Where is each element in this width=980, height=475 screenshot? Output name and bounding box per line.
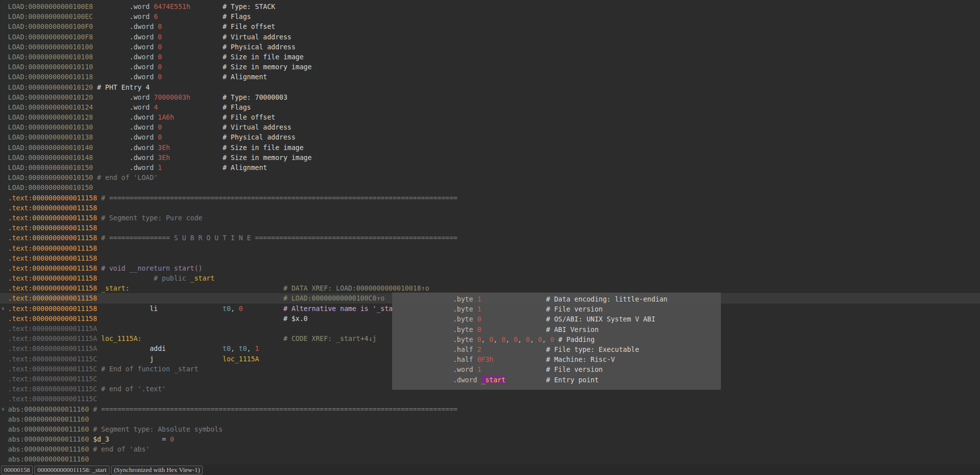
token: # File version	[546, 305, 603, 313]
token: # Alignment	[223, 163, 267, 171]
listing-line[interactable]: abs:0000000000011160 # Segment type: Abs…	[0, 424, 980, 434]
listing-line[interactable]: LOAD:00000000000100F0 .dword 0 # File of…	[0, 21, 980, 31]
token: 0	[170, 435, 174, 443]
listing-line[interactable]: .text:0000000000011158	[0, 253, 980, 263]
listing-line[interactable]: LOAD:0000000000010150	[0, 182, 980, 192]
token: # Physical address	[223, 43, 295, 51]
popup-line[interactable]: .byte 1 # File version	[392, 304, 721, 314]
address-prefix: .text:0000000000011158	[8, 294, 97, 302]
address-prefix: LOAD:00000000000100F0	[8, 22, 93, 30]
disassembly-listing[interactable]: LOAD:00000000000100E8 .word 6474E551h # …	[0, 1, 980, 465]
listing-line[interactable]: LOAD:0000000000010148 .dword 3Eh # Size …	[0, 153, 980, 162]
address-prefix: LOAD:0000000000010150	[8, 173, 93, 181]
token: # Alternative name is '_sta	[283, 305, 393, 313]
listing-line[interactable]: abs:0000000000011160 # end of 'abs'	[0, 444, 980, 454]
token: .word	[130, 93, 154, 101]
popup-line[interactable]: .dword _start # Entry point	[392, 375, 721, 385]
listing-line[interactable]: LOAD:0000000000010120 # PHT Entry 4	[0, 82, 980, 92]
address-prefix: .text:000000000001115C	[8, 365, 97, 373]
listing-line[interactable]: LOAD:0000000000010124 .word 4 # Flags	[0, 102, 980, 112]
popup-line[interactable]: .byte 0 # ABI Version	[392, 324, 721, 334]
popup-line[interactable]: .byte 0, 0, 0, 0, 0, 0, 0 # Padding	[392, 334, 721, 344]
token: ,	[530, 335, 538, 343]
token: .half	[453, 345, 477, 353]
token: 1	[255, 344, 259, 352]
token: .half	[453, 355, 477, 363]
token: # $x.0	[283, 315, 308, 322]
address-prefix: abs:0000000000011160	[8, 455, 89, 463]
token: ,	[481, 335, 489, 343]
token: t0	[223, 305, 231, 313]
token: 0	[158, 22, 162, 30]
token: 0	[550, 335, 554, 343]
token: # Size in file image	[223, 53, 304, 61]
token: .dword	[130, 73, 158, 81]
listing-line[interactable]: LOAD:0000000000010110 .dword 0 # Size in…	[0, 62, 980, 72]
listing-line[interactable]: .text:0000000000011158 # ===============…	[0, 233, 980, 243]
token: 0	[514, 335, 518, 343]
token: # File offset	[223, 22, 276, 30]
listing-line[interactable]: abs:0000000000011160	[0, 454, 980, 464]
address-prefix: abs:0000000000011160	[8, 445, 89, 453]
listing-line[interactable]: .text:0000000000011158 # void __noreturn…	[0, 263, 980, 273]
address-prefix: .text:000000000001115A	[8, 344, 97, 352]
listing-line[interactable]: .text:0000000000011158 _start: # DATA XR…	[0, 283, 980, 293]
popup-line[interactable]: .half 2 # File type: Executable	[392, 344, 721, 354]
listing-line[interactable]: LOAD:0000000000010120 .word 70000003h # …	[0, 92, 980, 102]
listing-line[interactable]: LOAD:0000000000010100 .dword 0 # Physica…	[0, 42, 980, 52]
token: .dword	[130, 33, 158, 41]
collapse-chevron-icon[interactable]: ∨	[1, 304, 4, 313]
listing-line[interactable]: LOAD:00000000000100E8 .word 6474E551h # …	[0, 1, 980, 11]
status-bar: 00000158 0000000000011158: _start (Synch…	[0, 465, 980, 475]
token: _start	[481, 376, 506, 384]
listing-line[interactable]: .text:000000000001115C	[0, 394, 980, 404]
listing-line[interactable]: LOAD:0000000000010140 .dword 3Eh # Size …	[0, 143, 980, 153]
listing-line[interactable]: .text:0000000000011158 # ===============…	[0, 193, 980, 203]
popup-line[interactable]: .byte 1 # Data encoding: little-endian	[392, 294, 721, 304]
listing-line[interactable]: LOAD:0000000000010128 .dword 1A6h # File…	[0, 112, 980, 122]
popup-line[interactable]: .byte 0 # OS/ABI: UNIX System V ABI	[392, 314, 721, 324]
listing-line[interactable]: LOAD:0000000000010150 .dword 1 # Alignme…	[0, 162, 980, 172]
listing-line[interactable]: LOAD:0000000000010138 .dword 0 # Physica…	[0, 132, 980, 142]
token: 4	[154, 103, 158, 111]
token: ,	[247, 344, 255, 352]
listing-line[interactable]: LOAD:0000000000010150 # end of 'LOAD'	[0, 172, 980, 182]
token: 0	[502, 335, 506, 343]
token: .word	[130, 12, 154, 20]
token: # ======================================…	[101, 194, 457, 202]
popup-line[interactable]: .half 0F3h # Machine: Risc-V	[392, 354, 721, 364]
address-prefix: .text:0000000000011158	[8, 214, 97, 222]
token: loc_1115A:	[101, 334, 141, 342]
listing-line[interactable]: LOAD:0000000000010130 .dword 0 # Virtual…	[0, 122, 980, 132]
address-prefix: .text:0000000000011158	[8, 244, 97, 252]
token: .dword	[130, 113, 158, 121]
listing-line[interactable]: .text:0000000000011158 # public _start	[0, 273, 980, 283]
listing-line[interactable]: LOAD:0000000000010108 .dword 0 # Size in…	[0, 52, 980, 62]
token: # Machine: Risc-V	[546, 355, 615, 363]
listing-line[interactable]: LOAD:00000000000100EC .word 6 # Flags	[0, 11, 980, 21]
token: ,	[231, 305, 239, 313]
listing-line[interactable]: abs:0000000000011160 $d_3 = 0	[0, 434, 980, 444]
listing-line[interactable]: LOAD:00000000000100F8 .dword 0 # Virtual…	[0, 32, 980, 42]
collapse-chevron-icon[interactable]: ∨	[1, 405, 4, 414]
popup-line[interactable]: .word 1 # File version	[392, 364, 721, 374]
token: # Type: STACK	[223, 2, 276, 10]
token: $d_3	[93, 435, 110, 443]
token: 3Eh	[158, 144, 170, 152]
listing-line[interactable]: ∨abs:0000000000011160 # ================…	[0, 404, 980, 414]
token: # File version	[546, 365, 603, 373]
address-prefix: .text:0000000000011158	[8, 234, 97, 242]
token: # end of 'abs'	[93, 445, 150, 453]
status-offset: 00000158	[1, 466, 33, 475]
listing-line[interactable]: .text:0000000000011158	[0, 223, 980, 233]
listing-line[interactable]: abs:0000000000011160	[0, 414, 980, 424]
token: ,	[542, 335, 550, 343]
listing-line[interactable]: .text:0000000000011158	[0, 243, 980, 253]
address-prefix: .text:000000000001115C	[8, 355, 97, 363]
listing-line[interactable]: LOAD:0000000000010118 .dword 0 # Alignme…	[0, 72, 980, 82]
token: 1	[477, 365, 481, 373]
address-prefix: .text:0000000000011158	[8, 194, 97, 202]
listing-line[interactable]: .text:0000000000011158	[0, 203, 980, 213]
listing-line[interactable]: .text:0000000000011158 # Segment type: P…	[0, 213, 980, 223]
address-prefix: .text:000000000001115C	[8, 385, 97, 393]
